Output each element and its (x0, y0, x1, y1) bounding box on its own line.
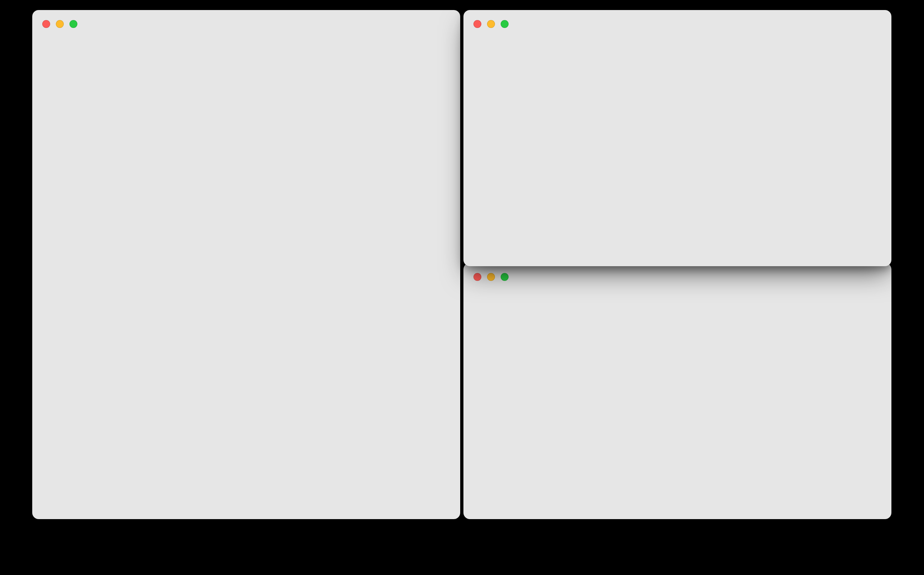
traffic-lights (474, 20, 509, 28)
close-icon[interactable] (474, 20, 481, 28)
traffic-lights (42, 20, 78, 28)
minimize-icon[interactable] (487, 20, 495, 28)
close-icon[interactable] (42, 20, 50, 28)
window-left[interactable] (32, 10, 460, 519)
minimize-icon[interactable] (56, 20, 64, 28)
zoom-icon[interactable] (501, 273, 509, 281)
zoom-icon[interactable] (70, 20, 78, 28)
desktop (0, 0, 924, 575)
traffic-lights (474, 273, 509, 281)
close-icon[interactable] (474, 273, 481, 281)
window-top-right[interactable] (463, 10, 891, 266)
zoom-icon[interactable] (501, 20, 509, 28)
minimize-icon[interactable] (487, 273, 495, 281)
window-bottom-right[interactable] (463, 263, 891, 519)
